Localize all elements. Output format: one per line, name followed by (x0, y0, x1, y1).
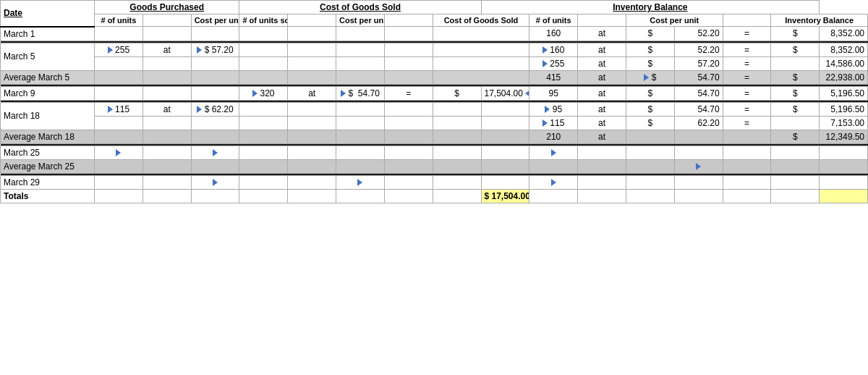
inv-dollar-cell (626, 159, 674, 173)
inv-dollar2-cell (771, 146, 820, 159)
date-cell: March 1 (1, 27, 95, 41)
inventory-table: Date Goods Purchased Cost of Goods Sold … (0, 0, 868, 203)
arrow-right-icon (696, 163, 701, 170)
gp-at-cell (142, 189, 191, 203)
gp-units-cell (95, 27, 143, 41)
inv-dollar2-cell (771, 159, 820, 173)
inv-units-cell (529, 159, 578, 173)
cgs-units-cell (239, 70, 288, 84)
inv-bal-cell: 5,196.50 (820, 86, 868, 100)
inv-eq-cell (723, 175, 771, 189)
inv-dollar-cell2: $ (626, 56, 674, 70)
gp-at-cell (142, 86, 191, 100)
inv-dollar2-cell: $ (771, 27, 820, 41)
cgs-at-cell (288, 27, 336, 41)
inv-at-cell: at (578, 70, 626, 84)
date-cell: March 25 (1, 146, 95, 159)
inv-dollar-cell (626, 175, 674, 189)
inv-bal-cell2: 14,586.00 (820, 56, 868, 70)
inv-units-cell: 210 (529, 130, 578, 143)
cost-of-goods-sold-header: Cost of Goods Sold (239, 1, 481, 14)
inv-units-cell2: 255 (529, 56, 578, 70)
cgs-cogs-cell (481, 102, 529, 116)
inv-eq-cell (723, 130, 771, 143)
goods-purchased-header: Goods Purchased (95, 1, 239, 14)
gp-units-cell (95, 189, 143, 203)
gp-cost-cell (191, 86, 239, 100)
cgs-units-cell (239, 175, 288, 189)
cgs-at-cell (288, 189, 336, 203)
arrow-right-icon (213, 179, 218, 186)
inv-dollar-cell (626, 130, 674, 143)
cgs-eq-cell (384, 159, 433, 173)
date-cell: March 18 (1, 102, 95, 130)
cgs-units-cell (239, 102, 288, 116)
inv-cpu-cell2: 62.20 (674, 116, 723, 130)
inv-dollar-cell: $ (626, 70, 674, 84)
inv-dollar-cell: $ (626, 43, 674, 56)
inv-units-cell (529, 146, 578, 159)
inv-at-cell: at (578, 27, 626, 41)
table-row: 255 at $ 57.20 = 14,586.00 (1, 56, 868, 70)
inv-dollar-cell: $ (626, 86, 674, 100)
gp-cost-cell (191, 130, 239, 143)
cgs-units-cell (239, 116, 288, 130)
gp-units-cell (95, 56, 143, 70)
cgs-at-cell (288, 70, 336, 84)
inv-at-cell (578, 175, 626, 189)
cgs-at-cell (288, 116, 336, 130)
inv-at-cell: at (578, 86, 626, 100)
date-cell: March 29 (1, 175, 95, 189)
inv-at-cell (578, 146, 626, 159)
inv-bal-cell: 22,938.00 (820, 70, 868, 84)
inv-eq-cell: = (723, 27, 771, 41)
inv-cpu-cell: 54.70 (674, 70, 723, 84)
date-cell: March 5 (1, 43, 95, 70)
inv-dollar2-cell: $ (771, 86, 820, 100)
cgs-units-cell (239, 130, 288, 143)
inv-at-cell: at (578, 130, 626, 143)
inv-cpu-cell: 52.20 (674, 27, 723, 41)
cgs-cpu-cell (336, 56, 385, 70)
inventory-balance-header: Inventory Balance (481, 1, 820, 14)
gp-units-cell (95, 146, 143, 159)
gp-cost-cell (191, 189, 239, 203)
gp-units-cell (95, 70, 143, 84)
arrow-right-icon (551, 179, 556, 186)
cgs-cogs-cell (433, 27, 529, 41)
cgs-cpu-cell (336, 116, 385, 130)
cgs-units-cell (239, 159, 288, 173)
inv-at-cell2: at (578, 56, 626, 70)
date-cell: March 9 (1, 86, 95, 100)
inv-dollar2-cell: $ (771, 130, 820, 143)
cgs-dollar-cell (433, 102, 481, 116)
inv-units-cell (529, 175, 578, 189)
cgs-at-cell (288, 159, 336, 173)
cgs-cogs-total-cell: $ 17,504.00 (481, 189, 529, 203)
inv-bal-cell (820, 175, 868, 189)
cgs-cpu-cell (336, 189, 385, 203)
average-row: Average March 18 210 at $ 12,349.50 (1, 130, 868, 143)
cgs-cogs-cell (481, 116, 529, 130)
inv-bal-cell (820, 146, 868, 159)
cgs-eq-cell (384, 70, 433, 84)
cgs-eq-header (384, 14, 433, 27)
inv-dollar2-cell: $ (771, 43, 820, 56)
totals-label: Totals (1, 189, 95, 203)
cgs-units-cell (239, 146, 288, 159)
inv-eq-cell (723, 146, 771, 159)
cgs-eq-cell (384, 146, 433, 159)
cgs-cpu-header: Cost per unit (336, 14, 385, 27)
cgs-eq-cell: = (384, 86, 433, 100)
date-cell: Average March 25 (1, 159, 95, 173)
cgs-units-cell (239, 27, 288, 41)
table-row: March 25 (1, 146, 868, 159)
gp-units-cell: 115 (95, 102, 143, 116)
inv-eq-cell: = (723, 86, 771, 100)
inv-at-header (578, 14, 626, 27)
cgs-cogs-cell (433, 43, 529, 56)
inv-units-cell: 95 (529, 102, 578, 116)
inv-bal-cell2: 7,153.00 (820, 116, 868, 130)
cgs-dollar-cell (433, 159, 481, 173)
gp-at-cell (142, 146, 191, 159)
